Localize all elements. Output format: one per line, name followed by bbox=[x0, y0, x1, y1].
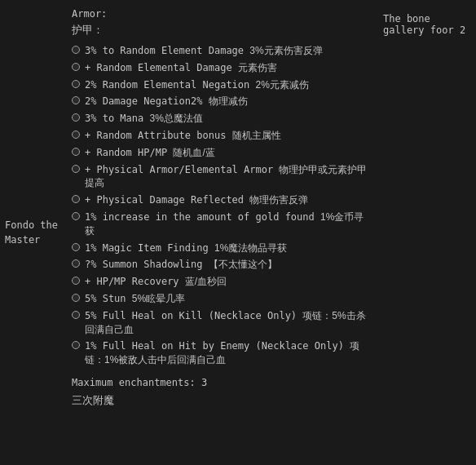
bullet-icon bbox=[72, 96, 80, 104]
bone-gallery-text: The bone gallery foor 2 bbox=[383, 13, 471, 36]
item-text: + Physical Armor/Elemental Armor 物理护甲或元素… bbox=[85, 163, 372, 191]
bullet-icon bbox=[72, 311, 80, 319]
item-list: 3% to Random Element Damage 3%元素伤害反弹+ Ra… bbox=[72, 44, 372, 367]
bullet-icon bbox=[72, 148, 80, 156]
bullet-icon bbox=[72, 195, 80, 203]
bullet-icon bbox=[72, 243, 80, 251]
item-text: + Physical Damage Reflected 物理伤害反弹 bbox=[85, 193, 308, 207]
sidebar-text: Fondo the Master bbox=[5, 218, 58, 247]
bullet-icon bbox=[72, 113, 80, 122]
item-text: 5% Stun 5%眩晕几率 bbox=[85, 292, 185, 306]
item-text: + HP/MP Recovery 蓝/血秒回 bbox=[85, 275, 227, 289]
item-text: 1% Magic Item Finding 1%魔法物品寻获 bbox=[85, 241, 287, 255]
item-text: 2% Random Elemental Negation 2%元素减伤 bbox=[85, 78, 309, 92]
item-text: + Random HP/MP 随机血/蓝 bbox=[85, 146, 215, 160]
footer-en: Maximum enchantments: 3 bbox=[72, 377, 372, 388]
bullet-icon bbox=[72, 294, 80, 302]
bullet-icon bbox=[72, 212, 80, 220]
left-sidebar: Fondo the Master bbox=[0, 0, 65, 465]
item-text: 1% increase in the amount of gold found … bbox=[85, 210, 372, 238]
bullet-icon bbox=[72, 80, 80, 88]
list-item: + HP/MP Recovery 蓝/血秒回 bbox=[72, 275, 372, 289]
item-text: 3% to Mana 3%总魔法值 bbox=[85, 112, 203, 126]
bullet-icon bbox=[72, 63, 80, 71]
list-item: + Random Attribute bonus 随机主属性 bbox=[72, 129, 372, 143]
list-item: 5% Full Heal on Kill (Necklace Only) 项链：… bbox=[72, 309, 372, 337]
list-item: 1% Magic Item Finding 1%魔法物品寻获 bbox=[72, 241, 372, 255]
list-item: + Random HP/MP 随机血/蓝 bbox=[72, 146, 372, 160]
footer-zh: 三次附魔 bbox=[72, 393, 372, 408]
bullet-icon bbox=[72, 131, 80, 139]
list-item: 1% increase in the amount of gold found … bbox=[72, 210, 372, 238]
item-text: ?% Summon Shadowling 【不太懂这个】 bbox=[85, 258, 277, 272]
item-text: 5% Full Heal on Kill (Necklace Only) 项链：… bbox=[85, 309, 372, 337]
right-sidebar: The bone gallery foor 2 bbox=[378, 0, 476, 465]
list-item: 2% Damage Negation2% 物理减伤 bbox=[72, 95, 372, 108]
item-text: 2% Damage Negation2% 物理减伤 bbox=[85, 95, 248, 108]
list-item: 3% to Mana 3%总魔法值 bbox=[72, 112, 372, 126]
item-text: + Random Attribute bonus 随机主属性 bbox=[85, 129, 281, 143]
item-text: 1% Full Heal on Hit by Enemy (Necklace O… bbox=[85, 339, 372, 367]
bullet-icon bbox=[72, 165, 80, 173]
list-item: 5% Stun 5%眩晕几率 bbox=[72, 292, 372, 306]
bullet-icon bbox=[72, 46, 80, 54]
list-item: + Physical Damage Reflected 物理伤害反弹 bbox=[72, 193, 372, 207]
bullet-icon bbox=[72, 277, 80, 285]
main-content: Armor: 护甲： 3% to Random Element Damage 3… bbox=[65, 0, 378, 465]
bullet-icon bbox=[72, 341, 80, 349]
list-item: ?% Summon Shadowling 【不太懂这个】 bbox=[72, 258, 372, 272]
list-item: 3% to Random Element Damage 3%元素伤害反弹 bbox=[72, 44, 372, 58]
armor-header: Armor: bbox=[72, 8, 372, 20]
item-text: 3% to Random Element Damage 3%元素伤害反弹 bbox=[85, 44, 323, 58]
list-item: + Physical Armor/Elemental Armor 物理护甲或元素… bbox=[72, 163, 372, 191]
item-text: + Random Elemental Damage 元素伤害 bbox=[85, 61, 277, 75]
list-item: 2% Random Elemental Negation 2%元素减伤 bbox=[72, 78, 372, 92]
list-item: + Random Elemental Damage 元素伤害 bbox=[72, 61, 372, 75]
sub-header: 护甲： bbox=[72, 23, 372, 38]
bullet-icon bbox=[72, 259, 80, 268]
list-item: 1% Full Heal on Hit by Enemy (Necklace O… bbox=[72, 339, 372, 367]
